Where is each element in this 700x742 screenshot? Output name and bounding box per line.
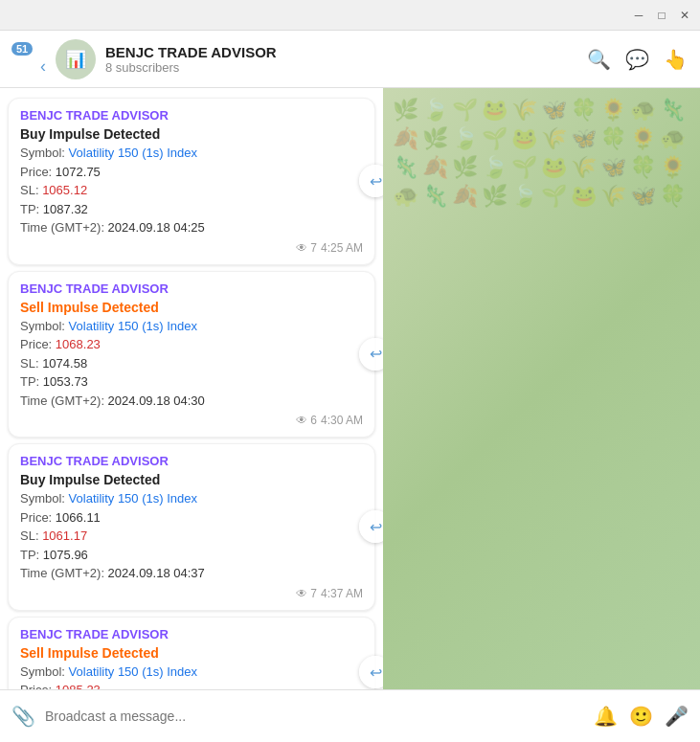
advisor-name: BENJC TRADE ADVISOR — [20, 454, 363, 468]
message-card-msg1: BENJC TRADE ADVISORBuy Impulse DetectedS… — [8, 98, 375, 265]
deco-icon: 🌿 — [422, 126, 448, 151]
deco-icon: 🌻 — [600, 98, 626, 123]
bottom-icons: 🔔 🙂 🎤 — [594, 705, 689, 728]
deco-icon: 🦎 — [660, 98, 686, 123]
view-count: 👁 7 — [296, 241, 317, 255]
deco-icon: 🌱 — [482, 126, 508, 151]
message-footer: 👁 74:25 AM — [20, 241, 363, 255]
message-time: 4:25 AM — [321, 241, 363, 255]
advisor-name: BENJC TRADE ADVISOR — [20, 627, 363, 641]
deco-icon: 🌾 — [511, 98, 537, 123]
close-button[interactable]: ✕ — [677, 8, 692, 23]
deco-icon: 🌱 — [452, 98, 478, 123]
advisor-name: BENJC TRADE ADVISOR — [20, 281, 363, 296]
signal-type: Buy Impulse Detected — [20, 126, 363, 142]
message-input[interactable] — [45, 699, 584, 733]
deco-icon: 🍂 — [422, 155, 448, 180]
deco-icon: 🐢 — [393, 184, 418, 209]
deco-icon: 🦎 — [393, 155, 418, 180]
avatar: 📊 — [56, 39, 96, 79]
view-count: 👁 6 — [296, 414, 317, 427]
minimize-button[interactable]: ─ — [631, 8, 646, 23]
message-card-msg3: BENJC TRADE ADVISORBuy Impulse DetectedS… — [8, 443, 375, 611]
deco-icon: 🍃 — [511, 184, 537, 209]
deco-icon: 🦎 — [422, 184, 448, 209]
deco-icon: 🍀 — [571, 98, 597, 123]
signal-details: Symbol: Volatility 150 (1s) IndexPrice: … — [20, 317, 363, 411]
deco-icon: 🌻 — [630, 126, 656, 151]
header-icons: 🔍 💬 👆 — [585, 46, 689, 73]
deco-icon: 🌿 — [393, 98, 418, 123]
chat-area: BENJC TRADE ADVISORBuy Impulse DetectedS… — [0, 88, 700, 689]
deco-icon: 🐢 — [660, 126, 686, 151]
deco-icon: 🦋 — [541, 98, 567, 123]
unread-badge: 51 — [11, 42, 33, 56]
mic-icon[interactable]: 🎤 — [665, 705, 689, 728]
deco-icon: 🍀 — [660, 184, 686, 209]
chat-icon[interactable]: 💬 — [623, 46, 650, 73]
bell-icon[interactable]: 🔔 — [594, 705, 618, 728]
deco-icon: 🍂 — [452, 184, 478, 209]
signal-type: Sell Impulse Detected — [20, 300, 363, 315]
deco-icon: 🌾 — [571, 155, 597, 180]
deco-icon: 🐸 — [571, 184, 597, 209]
deco-icon: 🌿 — [452, 155, 478, 180]
channel-info: BENJC TRADE ADVISOR 8 subscribers — [105, 44, 576, 75]
message-card-msg4: BENJC TRADE ADVISORSell Impulse Detected… — [8, 617, 375, 690]
deco-icon: 🐸 — [541, 155, 567, 180]
deco-icon: 🐸 — [511, 126, 537, 151]
back-arrow-icon: ‹ — [40, 56, 46, 77]
back-button[interactable]: 51 ‹ — [11, 42, 46, 77]
maximize-button[interactable]: □ — [654, 8, 669, 23]
deco-icon: 🐢 — [630, 98, 656, 123]
signal-details: Symbol: Volatility 150 (1s) IndexPrice: … — [20, 663, 363, 690]
deco-icon: 🍂 — [393, 126, 418, 151]
deco-icon: 🐸 — [482, 98, 508, 123]
view-count: 👁 7 — [296, 587, 317, 600]
deco-icon: 🦋 — [630, 184, 656, 209]
message-time: 4:37 AM — [321, 587, 363, 600]
channel-name: BENJC TRADE ADVISOR — [105, 44, 576, 60]
subscriber-count: 8 subscribers — [105, 60, 576, 75]
deco-icon: 🍃 — [482, 155, 508, 180]
message-footer: 👁 64:30 AM — [20, 414, 363, 427]
deco-icon: 🌱 — [511, 155, 537, 180]
messages-panel: BENJC TRADE ADVISORBuy Impulse DetectedS… — [0, 88, 383, 689]
title-bar: ─ □ ✕ — [0, 0, 700, 31]
deco-icon: 🍀 — [630, 155, 656, 180]
avatar-icon: 📊 — [65, 49, 86, 70]
emoji-icon[interactable]: 🙂 — [629, 705, 653, 728]
decorative-background: 🌿🍃🌱🐸🌾🦋🍀🌻🐢🦎🍂🌿🍃🌱🐸🌾🦋🍀🌻🐢🦎🍂🌿🍃🌱🐸🌾🦋🍀🌻🐢🦎🍂🌿🍃🌱🐸🌾🦋🍀 — [383, 88, 700, 689]
channel-header: 51 ‹ 📊 BENJC TRADE ADVISOR 8 subscribers… — [0, 31, 700, 88]
deco-icon: 🌾 — [600, 184, 626, 209]
advisor-name: BENJC TRADE ADVISOR — [20, 108, 363, 123]
background-panel: 🌿🍃🌱🐸🌾🦋🍀🌻🐢🦎🍂🌿🍃🌱🐸🌾🦋🍀🌻🐢🦎🍂🌿🍃🌱🐸🌾🦋🍀🌻🐢🦎🍂🌿🍃🌱🐸🌾🦋🍀 — [383, 88, 700, 689]
deco-icon: 🦋 — [571, 126, 597, 151]
signal-details: Symbol: Volatility 150 (1s) IndexPrice: … — [20, 489, 363, 583]
attach-icon[interactable]: 📎 — [11, 705, 35, 728]
deco-icon: 🌾 — [541, 126, 567, 151]
deco-icon: 🦋 — [600, 155, 626, 180]
message-time: 4:30 AM — [321, 414, 363, 427]
deco-icon: 🍃 — [452, 126, 478, 151]
deco-icon: 🌱 — [541, 184, 567, 209]
cursor-icon[interactable]: 👆 — [662, 46, 689, 73]
deco-icon: 🌿 — [482, 184, 508, 209]
message-footer: 👁 74:37 AM — [20, 587, 363, 600]
deco-icon: 🍀 — [600, 126, 626, 151]
signal-details: Symbol: Volatility 150 (1s) IndexPrice: … — [20, 144, 363, 237]
deco-icon: 🌻 — [660, 155, 686, 180]
deco-icon: 🍃 — [422, 98, 448, 123]
signal-type: Buy Impulse Detected — [20, 472, 363, 487]
bottom-bar: 📎 🔔 🙂 🎤 — [0, 689, 700, 742]
search-icon[interactable]: 🔍 — [585, 46, 612, 73]
signal-type: Sell Impulse Detected — [20, 645, 363, 661]
message-card-msg2: BENJC TRADE ADVISORSell Impulse Detected… — [8, 271, 375, 438]
